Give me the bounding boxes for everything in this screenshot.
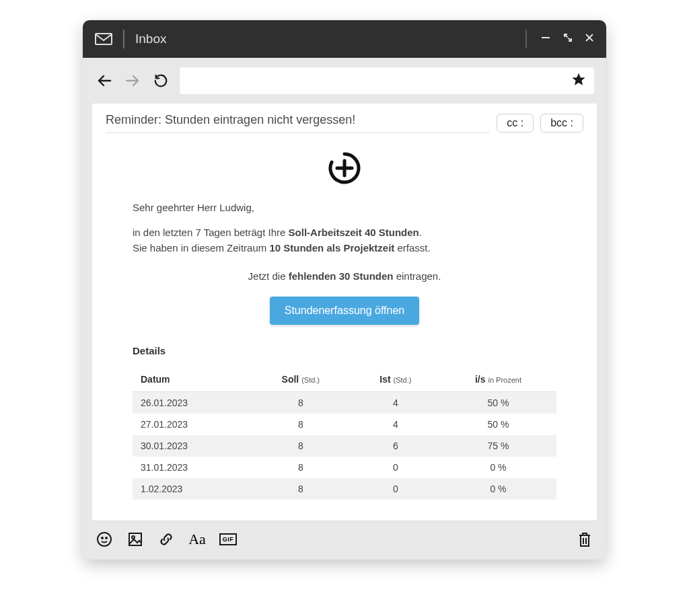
bold-ist: 10 Stunden als Projektzeit <box>269 242 394 254</box>
cell-ist: 4 <box>351 392 440 414</box>
cell-ist: 0 <box>351 457 440 478</box>
divider <box>123 30 124 48</box>
cell-soll: 8 <box>250 392 351 414</box>
col-soll: Soll (Std.) <box>250 367 351 392</box>
cell-date: 26.01.2023 <box>133 392 250 414</box>
bcc-button[interactable]: bcc : <box>540 114 583 132</box>
cell-ist: 0 <box>351 478 440 500</box>
text: erfasst. <box>394 242 430 254</box>
table-row: 30.01.20238675 % <box>133 435 556 457</box>
cell-soll: 8 <box>250 414 351 435</box>
bookmark-icon[interactable] <box>571 72 586 89</box>
svg-rect-16 <box>581 535 589 546</box>
open-timesheet-button[interactable]: Stundenerfassung öffnen <box>270 297 420 325</box>
cell-ist: 4 <box>351 414 440 435</box>
cell-pct: 50 % <box>440 414 556 435</box>
svg-rect-14 <box>129 533 141 545</box>
cell-ist: 6 <box>351 435 440 457</box>
svg-point-15 <box>132 536 135 539</box>
bold-soll: Soll-Arbeitszeit 40 Stunden <box>289 227 419 238</box>
minimize-button[interactable] <box>540 32 551 46</box>
cta-text: Jetzt die fehlenden 30 Stunden eintragen… <box>133 270 556 282</box>
table-row: 27.01.20238450 % <box>133 414 556 435</box>
maximize-button[interactable] <box>563 33 573 45</box>
summary-line-2: Sie haben in diesem Zeitraum 10 Stunden … <box>133 241 556 256</box>
toolbar <box>83 58 606 104</box>
svg-marker-8 <box>572 73 585 85</box>
cell-date: 1.02.2023 <box>133 478 250 500</box>
email-content: Reminder: Stunden eintragen nicht verges… <box>92 104 597 521</box>
reload-button[interactable] <box>151 71 170 90</box>
table-row: 1.02.2023800 % <box>133 478 556 500</box>
details-heading: Details <box>133 345 556 356</box>
link-icon[interactable] <box>157 530 176 549</box>
email-window: Inbox <box>83 20 606 560</box>
details-table: Datum Soll (Std.) Ist (Std.) i/s in Proz… <box>133 367 556 500</box>
address-bar[interactable] <box>180 67 594 94</box>
summary-line-1: in den letzten 7 Tagen beträgt Ihre Soll… <box>133 225 556 241</box>
text: Sie haben in diesem Zeitraum <box>133 242 269 254</box>
cell-date: 27.01.2023 <box>133 414 250 435</box>
emoji-icon[interactable] <box>95 530 114 549</box>
greeting-text: Sehr geehrter Herr Ludwig, <box>133 202 556 213</box>
col-pct: i/s in Prozent <box>440 367 556 392</box>
window-title: Inbox <box>135 32 166 46</box>
close-button[interactable] <box>585 33 594 45</box>
forward-button[interactable] <box>123 71 142 90</box>
cc-button[interactable]: cc : <box>497 114 534 132</box>
divider <box>525 30 527 48</box>
cell-soll: 8 <box>250 457 351 478</box>
company-logo-icon <box>327 151 362 188</box>
compose-toolbar: Aa GIF <box>83 521 606 560</box>
svg-rect-0 <box>96 34 112 44</box>
table-row: 31.01.2023800 % <box>133 457 556 478</box>
svg-point-12 <box>102 537 103 539</box>
titlebar: Inbox <box>83 20 606 58</box>
text: eintragen. <box>394 270 441 282</box>
bold-missing: fehlenden 30 Stunden <box>289 270 394 282</box>
cell-pct: 0 % <box>440 478 556 500</box>
text: . <box>419 227 422 238</box>
image-icon[interactable] <box>126 530 145 549</box>
email-subject: Reminder: Stunden eintragen nicht verges… <box>106 113 490 133</box>
cell-pct: 0 % <box>440 457 556 478</box>
cell-pct: 50 % <box>440 392 556 414</box>
cell-date: 30.01.2023 <box>133 435 250 457</box>
table-row: 26.01.20238450 % <box>133 392 556 414</box>
trash-icon[interactable] <box>575 530 594 549</box>
col-date: Datum <box>133 367 250 392</box>
mail-icon <box>95 33 112 45</box>
cell-pct: 75 % <box>440 435 556 457</box>
cell-soll: 8 <box>250 478 351 500</box>
svg-point-11 <box>98 533 111 546</box>
gif-icon[interactable]: GIF <box>219 530 238 549</box>
text: Jetzt die <box>248 270 289 282</box>
col-ist: Ist (Std.) <box>351 367 440 392</box>
text: in den letzten 7 Tagen beträgt Ihre <box>133 227 289 238</box>
back-button[interactable] <box>95 71 114 90</box>
cell-date: 31.01.2023 <box>133 457 250 478</box>
text-format-icon[interactable]: Aa <box>188 530 207 549</box>
svg-point-13 <box>106 537 107 539</box>
cell-soll: 8 <box>250 435 351 457</box>
